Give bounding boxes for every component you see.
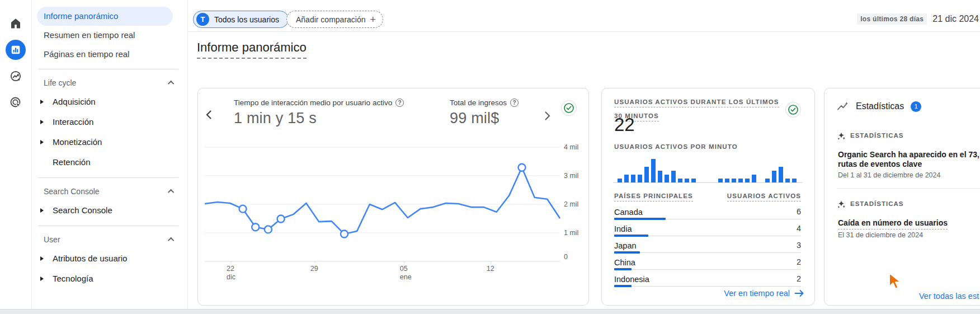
divider — [837, 188, 980, 189]
country-value-bar — [614, 251, 640, 254]
insight-date: El 31 de diciembre de 2024 — [838, 231, 923, 239]
country-active-users: 2 — [797, 274, 801, 283]
view-realtime-link[interactable]: Ver en tiempo real — [724, 289, 804, 298]
window-bottom-edge — [0, 309, 980, 314]
country-value-bar — [614, 285, 632, 287]
country-row-india[interactable]: India4 — [614, 224, 801, 238]
countries-column-header: PAÍSES PRINCIPALES — [614, 189, 693, 203]
sparkle-icon — [837, 200, 846, 209]
svg-text:2 mil: 2 mil — [564, 200, 578, 208]
country-value-bar — [614, 218, 666, 220]
view-all-insights-link[interactable]: Ver todas las est — [919, 292, 979, 301]
insight-title[interactable]: Caída en número de usuarios — [838, 218, 948, 228]
country-name: China — [614, 258, 635, 267]
help-icon[interactable]: ? — [510, 99, 519, 107]
data-quality-check-icon[interactable] — [561, 100, 577, 116]
svg-text:3 mil: 3 mil — [564, 172, 578, 180]
metric-value: 1 min y 15 s — [234, 110, 404, 127]
country-value-bar — [614, 235, 648, 237]
sidebar-item-resumen-en-tiempo-real[interactable]: Resumen en tiempo real — [32, 26, 187, 45]
country-row-indonesia[interactable]: Indonesia2 — [614, 274, 801, 289]
home-icon[interactable] — [6, 13, 26, 34]
expand-arrow-icon — [40, 256, 44, 261]
country-row-japan[interactable]: Japan3 — [614, 241, 801, 255]
divider — [38, 69, 178, 69]
sidebar-item-interacción[interactable]: Interacción — [32, 112, 187, 132]
sidebar-item-informe-panorámico[interactable]: Informe panorámico — [37, 7, 173, 26]
plus-icon: + — [370, 15, 376, 25]
country-name: Canada — [614, 208, 643, 217]
realtime-title[interactable]: USUARIOS ACTIVOS DURANTE LOS ÚLTIMOS 30 … — [614, 95, 789, 124]
svg-text:1 mil: 1 mil — [564, 229, 578, 237]
svg-text:29: 29 — [310, 265, 318, 273]
expand-arrow-icon — [40, 140, 44, 144]
metric-value: 99 mil$ — [450, 110, 519, 127]
date-range-value: 21 dic 2024 — [932, 14, 979, 24]
chevron-up-icon — [168, 189, 174, 195]
sidebar-item-search-console[interactable]: Search Console — [32, 200, 187, 221]
insights-count-badge: 1 — [911, 101, 921, 112]
active-users-count: 22 — [614, 114, 635, 135]
insight-section-label: ESTADÍSTICAS — [837, 197, 904, 211]
sidebar-item-páginas-en-tiempo-real[interactable]: Páginas en tiempo real — [32, 45, 187, 64]
insight-title[interactable]: Organic Search ha aparecido en el 73,15 … — [838, 150, 980, 169]
sidebar-item-monetización[interactable]: Monetización — [32, 132, 187, 152]
country-active-users: 6 — [797, 207, 801, 216]
next-metrics-icon[interactable] — [540, 109, 555, 123]
svg-text:4 mil: 4 mil — [564, 143, 578, 151]
country-name: India — [614, 224, 632, 233]
country-row-china[interactable]: China2 — [614, 257, 801, 272]
divider — [38, 226, 178, 226]
ga-overview-screen: Informe panorámicoResumen en tiempo real… — [0, 0, 980, 314]
advertising-icon[interactable] — [6, 92, 26, 113]
divider — [38, 177, 178, 178]
date-range-hint: los últimos 28 días — [857, 13, 927, 25]
insights-header-label[interactable]: Estadísticas — [856, 101, 904, 111]
prev-metrics-icon[interactable] — [201, 107, 216, 122]
country-name: Japan — [614, 241, 637, 250]
svg-text:12: 12 — [487, 265, 494, 273]
country-row-canada[interactable]: Canada6 — [614, 207, 801, 222]
add-comparison-label: Añadir comparación — [296, 15, 366, 24]
realtime-card: USUARIOS ACTIVOS DURANTE LOS ÚLTIMOS 30 … — [601, 88, 815, 306]
metric-label: Total de ingresos — [450, 99, 507, 107]
svg-text:05: 05 — [400, 265, 408, 273]
all-users-label: Todos los usuarios — [214, 15, 279, 24]
sidebar-section-life-cycle[interactable]: Life cycle — [32, 74, 187, 92]
svg-text:0: 0 — [564, 253, 568, 261]
sidebar-item-retención[interactable]: Retención — [32, 152, 187, 172]
country-active-users: 3 — [797, 241, 801, 250]
sparkle-icon — [837, 132, 846, 140]
country-value-bar — [614, 268, 632, 270]
metric-tab-engagement-time[interactable]: Tiempo de interacción medio por usuario … — [234, 99, 404, 127]
country-active-users: 2 — [797, 257, 801, 266]
sidebar-section-user[interactable]: User — [32, 231, 187, 249]
arrow-right-icon — [794, 289, 804, 297]
all-users-chip[interactable]: T Todos los usuarios — [193, 11, 289, 28]
audience-avatar: T — [196, 13, 209, 26]
active-users-column-header: USUARIOS ACTIVOS — [727, 189, 801, 203]
reports-icon[interactable] — [6, 40, 26, 60]
chevron-up-icon — [168, 81, 174, 87]
data-quality-check-icon[interactable] — [785, 102, 801, 118]
metric-tab-total-revenue[interactable]: Total de ingresos ? 99 mil$ — [450, 99, 519, 127]
svg-text:dic: dic — [227, 273, 235, 281]
country-active-users: 4 — [797, 224, 801, 233]
metric-label: Tiempo de interacción medio por usuario … — [234, 99, 392, 107]
sidebar-section-search-console[interactable]: Search Console — [32, 182, 187, 200]
report-nav-sidebar: Informe panorámicoResumen en tiempo real… — [32, 0, 188, 309]
date-range-picker[interactable]: los últimos 28 días 21 dic 2024 — [857, 13, 979, 25]
explore-icon[interactable] — [6, 66, 26, 86]
app-rail — [0, 0, 32, 309]
expand-arrow-icon — [40, 276, 44, 281]
insight-section-label: ESTADÍSTICAS — [837, 129, 904, 143]
sidebar-item-atributos-de-usuario[interactable]: Atributos de usuario — [32, 249, 187, 269]
page-title: Informe panorámico — [197, 40, 307, 55]
insight-date: Del 1 al 31 de diciembre de 2024 — [838, 171, 940, 179]
sidebar-item-adquisición[interactable]: Adquisición — [32, 92, 187, 112]
comparison-bar: T Todos los usuarios Añadir comparación … — [188, 0, 980, 32]
chevron-up-icon — [168, 237, 174, 243]
add-comparison-chip[interactable]: Añadir comparación + — [286, 11, 383, 28]
sidebar-item-tecnología[interactable]: Tecnología — [32, 269, 187, 289]
help-icon[interactable]: ? — [395, 99, 404, 107]
